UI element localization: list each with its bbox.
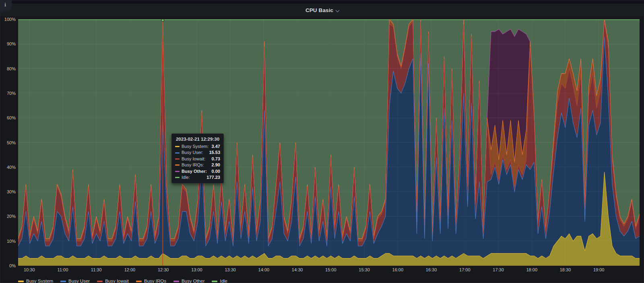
tooltip-series-label: Busy Other: [182,168,207,174]
legend-series-label: Busy Other [182,279,205,283]
panel-info-corner[interactable]: i [0,0,12,12]
legend-item[interactable]: Busy Other [173,279,205,283]
y-axis-label: 60% [0,115,16,120]
x-axis-label: 19:00 [590,267,608,272]
legend-series-dash-icon [97,281,103,282]
tooltip-timestamp: 2023-02-21 12:29:30 [175,137,220,142]
grafana-panel: i CPU Basic 100%90%80%70%60%50%40%30%20%… [0,0,644,283]
legend-series-dash-icon [173,281,179,282]
x-axis-label: 15:00 [322,267,340,272]
tooltip-row: Busy System:3.47 [175,144,220,150]
chart-tooltip: 2023-02-21 12:29:30 Busy System:3.47Busy… [171,133,224,183]
tooltip-series-value: 177.23 [192,174,220,180]
x-axis-label: 13:00 [188,267,206,272]
x-axis-label: 18:00 [523,267,541,272]
y-axis-label: 20% [0,214,16,219]
y-axis-label: 40% [0,165,16,170]
legend-item[interactable]: Idle [212,279,227,283]
tooltip-row: Idle:177.23 [175,174,220,180]
legend-series-dash-icon [60,281,66,282]
legend-item[interactable]: Busy System [18,279,53,283]
tooltip-series-label: Busy Iowait: [182,156,205,162]
y-axis-label: 100% [0,17,16,22]
tooltip-row: Busy Other:0.00 [175,168,220,174]
x-axis-label: 10:30 [21,267,38,272]
tooltip-series-label: Busy IRQs: [182,162,204,168]
tooltip-series-label: Idle: [182,174,190,180]
x-axis-label: 12:00 [121,267,138,272]
legend-series-label: Busy Iowait [105,279,129,283]
hover-point-marker [161,19,164,22]
panel-header: CPU Basic [0,4,644,16]
x-axis-label: 11:00 [54,267,72,272]
x-axis-label: 15:30 [355,267,373,272]
legend-series-label: Idle [220,279,227,283]
panel-title-menu[interactable]: CPU Basic [305,7,339,13]
legend-series-dash-icon [212,281,217,282]
tooltip-series-label: Busy System: [182,144,208,150]
cpu-chart-plot[interactable] [18,19,640,266]
tooltip-series-dash-icon [175,152,180,154]
legend: Busy SystemBusy UserBusy IowaitBusy IRQs… [18,279,227,283]
tooltip-row: Busy User:15.53 [175,150,220,156]
x-axis-label: 14:00 [255,267,272,272]
x-axis-label: 12:30 [155,267,172,272]
y-axis-label: 50% [0,140,16,145]
page-top-strip [0,0,644,4]
x-axis-label: 13:30 [221,267,239,272]
legend-series-dash-icon [18,281,24,282]
x-axis-label: 17:00 [456,267,474,272]
x-axis-label: 16:00 [389,267,407,272]
tooltip-series-value: 0.00 [209,168,220,174]
legend-series-dash-icon [136,281,142,282]
tooltip-series-dash-icon [175,158,180,160]
x-axis-label: 14:30 [289,267,306,272]
x-axis: 10:3011:0011:3012:0012:3013:0013:3014:00… [0,267,644,274]
legend-series-label: Busy System [26,279,53,283]
panel-title: CPU Basic [305,7,333,13]
chevron-down-icon [336,8,339,11]
legend-item[interactable]: Busy IRQs [136,279,166,283]
y-axis-label: 80% [0,66,16,71]
tooltip-series-dash-icon [175,177,180,178]
legend-item[interactable]: Busy User [60,279,90,283]
y-axis-label: 10% [0,239,16,244]
x-axis-label: 11:30 [87,267,105,272]
y-axis-label: 90% [0,41,16,46]
legend-series-label: Busy IRQs [144,279,166,283]
x-axis-label: 16:30 [423,267,440,272]
y-axis-label: 30% [0,189,16,194]
tooltip-row: Busy Iowait:0.73 [175,156,220,162]
legend-series-label: Busy User [68,279,90,283]
tooltip-row: Busy IRQs:2.90 [175,162,220,168]
y-axis: 100%90%80%70%60%50%40%30%20%10%0% [0,19,17,266]
tooltip-series-value: 0.73 [207,156,220,162]
tooltip-series-value: 15.53 [205,150,220,156]
y-axis-label: 70% [0,91,16,96]
x-axis-label: 18:30 [556,267,574,272]
tooltip-series-dash-icon [175,146,180,147]
tooltip-series-value: 2.90 [206,162,220,168]
tooltip-series-value: 3.47 [211,144,220,150]
info-icon: i [4,2,6,8]
x-axis-label: 17:30 [489,267,507,272]
legend-item[interactable]: Busy Iowait [97,279,129,283]
tooltip-series-dash-icon [175,171,180,172]
tooltip-series-label: Busy User: [182,150,203,156]
tooltip-series-dash-icon [175,164,180,166]
